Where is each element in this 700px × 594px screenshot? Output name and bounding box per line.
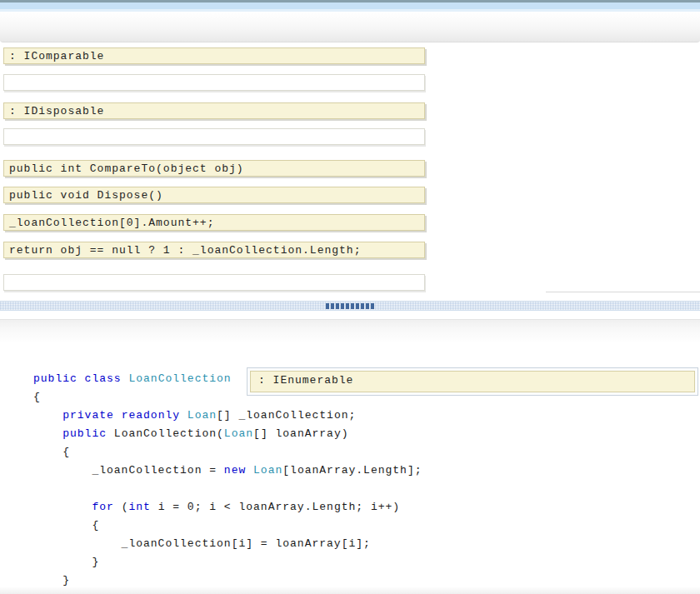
- code-snippet-icomparable[interactable]: : IComparable: [3, 47, 425, 64]
- code-token: {: [33, 519, 99, 532]
- code-token: }: [33, 574, 70, 587]
- horizontal-splitter[interactable]: [0, 301, 700, 311]
- code-token: [33, 409, 62, 422]
- code-token: _loanCollection[i] = loanArray[i];: [33, 537, 371, 550]
- code-token: (: [114, 501, 129, 513]
- code-snippet-idisposable[interactable]: : IDisposable: [3, 102, 425, 119]
- code-token: Loan: [188, 409, 217, 422]
- empty-drop-slot-2[interactable]: [3, 128, 425, 145]
- code-token: new: [224, 464, 253, 477]
- code-token: public class: [33, 372, 128, 385]
- code-panel: public class LoanCollection { private re…: [33, 370, 422, 590]
- dropped-snippet-ienumerable[interactable]: : IEnumerable: [250, 371, 695, 392]
- code-token: [33, 427, 62, 440]
- class-interface-drop-slot[interactable]: : IEnumerable: [247, 367, 698, 396]
- code-token: int: [128, 501, 150, 513]
- code-line: }: [33, 553, 422, 572]
- code-token: LoanCollection(: [114, 427, 224, 440]
- header-blue-bar: [0, 2, 700, 9]
- code-line: public LoanCollection(Loan[] loanArray): [33, 425, 422, 443]
- code-line-blank: [33, 480, 422, 498]
- code-snippet-dispose[interactable]: public void Dispose(): [3, 187, 425, 203]
- code-line: _loanCollection = new Loan[loanArray.Len…: [33, 462, 422, 480]
- code-token: public: [62, 427, 114, 440]
- header-gradient-band: [0, 12, 700, 42]
- splitter-grip-icon[interactable]: [326, 303, 374, 309]
- code-token: private readonly: [62, 409, 188, 422]
- code-token: Loan: [224, 427, 253, 440]
- code-line: private readonly Loan[] _loanCollection;: [33, 407, 422, 425]
- lower-panel-gradient-band: [0, 319, 700, 343]
- empty-drop-slot-1[interactable]: [3, 74, 425, 91]
- code-line: {: [33, 443, 422, 462]
- code-token: _loanCollection =: [33, 464, 224, 477]
- code-token: [] _loanCollection;: [217, 409, 356, 422]
- code-token: for: [92, 501, 113, 513]
- code-token: [loanArray.Length];: [282, 464, 422, 477]
- code-line: for (int i = 0; i < loanArray.Length; i+…: [33, 498, 422, 517]
- exam-drag-drop-screen: : IComparable : IDisposable public int C…: [0, 0, 700, 594]
- code-token: {: [33, 391, 41, 403]
- code-token: i = 0; i < loanArray.Length; i++): [151, 501, 400, 513]
- code-line: _loanCollection[i] = loanArray[i];: [33, 535, 422, 553]
- code-line: {: [33, 517, 422, 535]
- code-snippet-return-ternary[interactable]: return obj == null ? 1 : _loanCollection…: [3, 242, 425, 258]
- panel-edge-line: [546, 292, 700, 292]
- bottom-gradient-strip: [0, 587, 700, 594]
- code-token: [] loanArray): [253, 427, 348, 440]
- code-token: {: [33, 446, 70, 458]
- code-token: }: [33, 556, 99, 568]
- code-token: Loan: [253, 464, 282, 477]
- code-token: [33, 501, 92, 513]
- code-token: LoanCollection: [128, 372, 231, 385]
- code-snippet-amount-increment[interactable]: _loanCollection[0].Amount++;: [3, 214, 425, 231]
- code-snippet-compareto[interactable]: public int CompareTo(object obj): [3, 160, 425, 177]
- empty-drop-slot-3[interactable]: [3, 274, 425, 291]
